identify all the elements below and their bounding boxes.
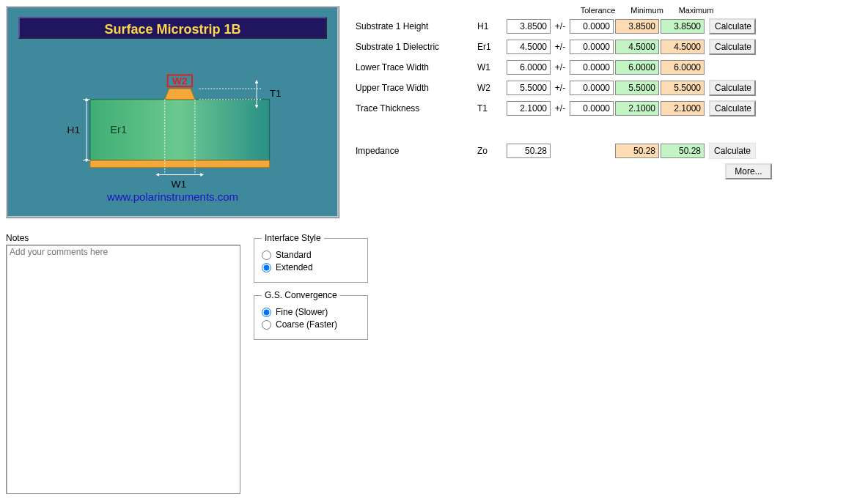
label-w1: W1 [172,179,187,190]
impedance-min[interactable] [615,144,659,158]
param-tolerance-input[interactable] [570,81,614,95]
plus-minus: +/- [551,42,570,52]
impedance-value-input[interactable] [507,144,551,158]
param-symbol: T1 [477,103,507,114]
diagram-frame: Surface Microstrip 1B [6,6,339,218]
label-t1: T1 [270,88,282,99]
impedance-calculate-button[interactable]: Calculate [709,143,756,159]
impedance-row: Impedance Zo Calculate [353,141,772,161]
label-h1: H1 [67,125,81,136]
param-row: Lower Trace WidthW1+/- [353,57,772,78]
svg-rect-1 [90,160,270,168]
interface-style-legend: Interface Style [262,233,324,243]
interface-style-option-standard[interactable]: Standard [262,250,360,260]
diagram-title: Surface Microstrip 1B [18,17,327,39]
param-row: Trace ThicknessT1+/-Calculate [353,98,772,119]
param-symbol: Er1 [477,42,507,52]
param-calculate-button[interactable]: Calculate [709,80,756,96]
impedance-label: Impedance [353,146,477,156]
param-min-cell[interactable] [615,101,659,116]
plus-minus: +/- [551,62,570,73]
diagram-body: W2 T1 H1 Er1 W1 [18,43,327,206]
param-value-input[interactable] [507,40,551,54]
param-calculate-button[interactable]: Calculate [709,39,756,55]
interface-style-radio-extended[interactable] [262,263,271,272]
param-symbol: W1 [477,62,507,73]
param-row: Upper Trace WidthW2+/-Calculate [353,78,772,98]
notes-label: Notes [6,233,240,243]
param-min-cell[interactable] [615,19,659,34]
param-tolerance-input[interactable] [570,40,614,54]
param-value-input[interactable] [507,101,551,116]
interface-style-radio-standard[interactable] [262,250,271,260]
param-label: Trace Thickness [353,103,477,114]
svg-marker-2 [165,89,195,100]
param-max-cell[interactable] [661,101,705,116]
param-symbol: W2 [477,83,507,93]
notes-textarea[interactable] [6,245,240,494]
param-label: Substrate 1 Dielectric [353,42,477,52]
plus-minus: +/- [551,21,570,31]
gs-convergence-legend: G.S. Convergence [262,290,340,300]
param-max-cell[interactable] [661,81,705,95]
param-calculate-button[interactable]: Calculate [709,100,756,116]
header-maximum: Maximum [672,6,720,15]
param-row: Substrate 1 DielectricEr1+/-Calculate [353,37,772,57]
label-w2: W2 [172,75,188,86]
parameter-grid: Tolerance Minimum Maximum Substrate 1 He… [353,6,772,182]
param-min-cell[interactable] [615,81,659,95]
param-min-cell[interactable] [615,40,659,54]
interface-style-group: Interface Style Standard Extended [254,233,368,283]
param-max-cell[interactable] [661,40,705,54]
header-minimum: Minimum [623,6,671,15]
param-value-input[interactable] [507,19,551,34]
param-row: Substrate 1 HeightH1+/-Calculate [353,16,772,37]
param-value-input[interactable] [507,60,551,75]
param-label: Substrate 1 Height [353,21,477,31]
plus-minus: +/- [551,83,570,93]
param-value-input[interactable] [507,81,551,95]
param-tolerance-input[interactable] [570,60,614,75]
gs-option-fine[interactable]: Fine (Slower) [262,307,360,317]
param-symbol: H1 [477,21,507,31]
param-tolerance-input[interactable] [570,19,614,34]
plus-minus: +/- [551,103,570,114]
param-min-cell[interactable] [615,60,659,75]
param-calculate-button[interactable]: Calculate [709,18,756,34]
impedance-symbol: Zo [477,146,507,156]
param-max-cell[interactable] [661,19,705,34]
param-label: Upper Trace Width [353,83,477,93]
gs-radio-fine[interactable] [262,308,271,317]
interface-style-option-extended[interactable]: Extended [262,262,360,272]
param-tolerance-input[interactable] [570,101,614,116]
more-button[interactable]: More... [725,163,772,179]
diagram-link[interactable]: www.polarinstruments.com [8,190,337,203]
gs-convergence-group: G.S. Convergence Fine (Slower) Coarse (F… [254,290,368,340]
label-er1: Er1 [110,124,127,136]
header-tolerance: Tolerance [574,6,622,15]
impedance-max[interactable] [661,144,705,158]
param-max-cell[interactable] [661,60,705,75]
param-label: Lower Trace Width [353,62,477,73]
gs-radio-coarse[interactable] [262,320,271,330]
gs-option-coarse[interactable]: Coarse (Faster) [262,319,360,330]
